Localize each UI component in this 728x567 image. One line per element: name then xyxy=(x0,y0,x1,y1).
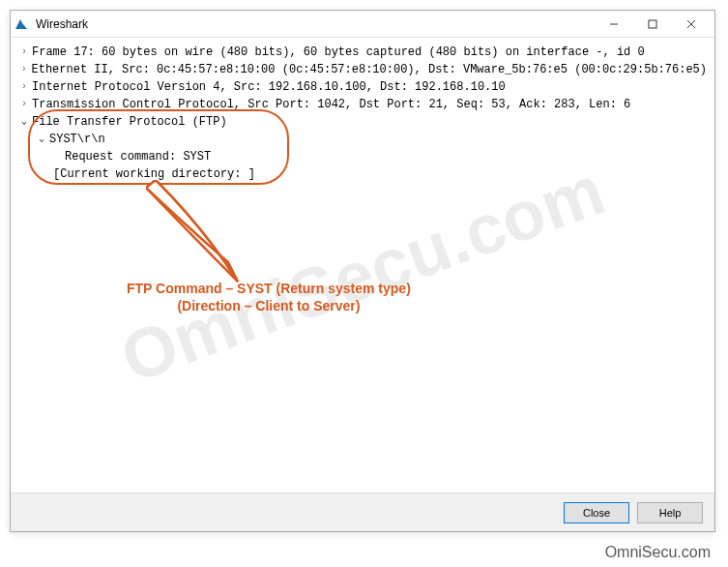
tree-label: Request command: SYST xyxy=(65,148,211,165)
titlebar: Wireshark xyxy=(11,11,714,38)
tree-row-ip[interactable]: › Internet Protocol Version 4, Src: 192.… xyxy=(18,78,707,96)
tree-row-request[interactable]: Request command: SYST xyxy=(18,148,707,165)
tree-label: Transmission Control Protocol, Src Port:… xyxy=(32,96,630,113)
tree-label: Internet Protocol Version 4, Src: 192.16… xyxy=(32,78,506,96)
window-controls xyxy=(595,13,711,36)
tree-label: File Transfer Protocol (FTP) xyxy=(32,113,227,131)
tree-row-tcp[interactable]: › Transmission Control Protocol, Src Por… xyxy=(18,96,707,113)
close-window-button[interactable] xyxy=(672,13,711,36)
chevron-down-icon[interactable]: ⌄ xyxy=(36,131,47,148)
svg-rect-1 xyxy=(649,20,656,28)
window-title: Wireshark xyxy=(36,17,595,31)
dialog-footer: Close Help xyxy=(11,492,714,531)
tree-row-cwd[interactable]: [Current working directory: ] xyxy=(18,165,707,183)
app-icon xyxy=(15,16,30,32)
close-button[interactable]: Close xyxy=(564,502,629,523)
wireshark-window: Wireshark › Frame 17: 60 bytes on wire (… xyxy=(10,10,715,532)
chevron-right-icon[interactable]: › xyxy=(18,78,30,96)
tree-label: SYST\r\n xyxy=(49,131,105,148)
maximize-button[interactable] xyxy=(633,13,672,36)
minimize-button[interactable] xyxy=(595,13,633,36)
chevron-right-icon[interactable]: › xyxy=(18,44,30,61)
tree-row-ethernet[interactable]: › Ethernet II, Src: 0c:45:57:e8:10:00 (0… xyxy=(18,61,707,78)
chevron-down-icon[interactable]: ⌄ xyxy=(18,113,30,131)
tree-row-frame[interactable]: › Frame 17: 60 bytes on wire (480 bits),… xyxy=(18,44,707,61)
packet-details-pane[interactable]: › Frame 17: 60 bytes on wire (480 bits),… xyxy=(11,38,714,492)
tree-label: Ethernet II, Src: 0c:45:57:e8:10:00 (0c:… xyxy=(31,61,707,78)
chevron-right-icon[interactable]: › xyxy=(18,61,29,78)
tree-row-syst[interactable]: ⌄ SYST\r\n xyxy=(18,131,707,148)
chevron-right-icon[interactable]: › xyxy=(18,96,30,113)
watermark-text: OmniSecu.com xyxy=(122,179,604,369)
help-button[interactable]: Help xyxy=(637,502,703,523)
tree-label: Frame 17: 60 bytes on wire (480 bits), 6… xyxy=(32,44,645,61)
brand-footer: OmniSecu.com xyxy=(605,544,711,561)
tree-row-ftp[interactable]: ⌄ File Transfer Protocol (FTP) xyxy=(18,113,707,131)
tree-label: [Current working directory: ] xyxy=(53,165,255,183)
